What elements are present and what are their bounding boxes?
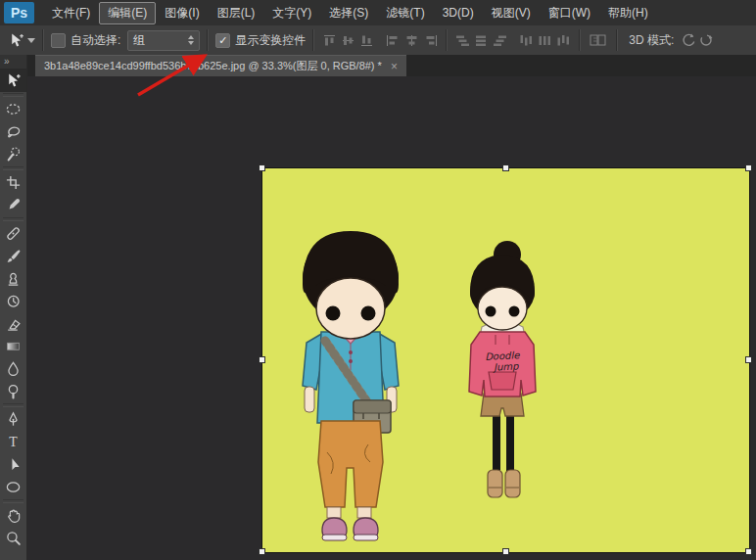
transform-handle-middle-left[interactable] (259, 356, 265, 363)
3d-orbit-icon[interactable] (680, 32, 697, 48)
align-top-edges-icon[interactable] (321, 33, 338, 48)
tool-ellipse-shape[interactable] (0, 476, 26, 498)
document-image[interactable]: Doodle Jump (262, 168, 749, 552)
divider (3, 499, 24, 503)
dropdown-stepper-icon (188, 35, 194, 45)
tools-panel: » (0, 55, 27, 560)
canvas-area[interactable]: Doodle Jump (27, 76, 756, 560)
tool-preset-picker[interactable] (8, 32, 35, 49)
move-tool-icon (8, 32, 24, 49)
divider (42, 29, 44, 51)
checkmark-icon: ✓ (218, 35, 227, 46)
tool-pen[interactable] (0, 408, 26, 431)
distribute-vertical-centers-icon[interactable] (473, 33, 490, 48)
distribute-top-edges-icon[interactable] (454, 33, 471, 48)
transform-handle-bottom-left[interactable] (259, 548, 265, 555)
menu-image[interactable]: 图像(I) (156, 2, 208, 24)
double-arrow-icon: » (4, 56, 11, 67)
menu-help[interactable]: 帮助(H) (599, 2, 657, 24)
document-tab-title: 3b1a48e89ce14cd99ffbd536b7cb625e.jpg @ 3… (44, 59, 382, 73)
divider (3, 93, 24, 97)
document-tab-bar: 3b1a48e89ce14cd99ffbd536b7cb625e.jpg @ 3… (27, 55, 756, 76)
transform-handle-middle-right[interactable] (745, 356, 752, 363)
auto-select-target-dropdown[interactable]: 组 (127, 30, 200, 51)
menu-3d[interactable]: 3D(D) (434, 3, 483, 23)
menu-type[interactable]: 文字(Y) (263, 2, 320, 24)
transform-handle-top-center[interactable] (502, 164, 509, 171)
tool-spot-healing-brush[interactable] (0, 222, 26, 245)
menu-bar: Ps 文件(F) 编辑(E) 图像(I) 图层(L) 文字(Y) 选择(S) 滤… (0, 0, 756, 26)
transform-handle-top-left[interactable] (259, 164, 265, 171)
auto-select-option[interactable]: 自动选择: (51, 32, 120, 49)
3d-roll-icon[interactable] (697, 32, 715, 48)
3d-mode-label: 3D 模式: (629, 32, 674, 49)
divider (3, 403, 24, 407)
align-horizontal-centers-icon[interactable] (403, 33, 420, 48)
tool-elliptical-marquee[interactable] (0, 98, 26, 120)
distribute-bottom-edges-icon[interactable] (492, 33, 508, 48)
divider (3, 217, 24, 221)
distribute-buttons (454, 33, 572, 48)
auto-align-layers-icon[interactable] (588, 32, 609, 48)
tab-close-icon[interactable]: × (391, 60, 398, 73)
transform-handle-bottom-center[interactable] (502, 548, 509, 555)
show-transform-option[interactable]: ✓ 显示变换控件 (215, 32, 306, 49)
tool-clone-stamp[interactable] (0, 267, 26, 290)
tool-history-brush[interactable] (0, 290, 26, 312)
dropdown-value: 组 (133, 32, 145, 49)
menu-layer[interactable]: 图层(L) (209, 2, 264, 24)
align-vertical-centers-icon[interactable] (340, 33, 356, 48)
show-transform-checkbox[interactable]: ✓ (215, 33, 230, 48)
options-bar: 自动选择: 组 ✓ 显示变换控件 (0, 25, 756, 56)
auto-select-checkbox[interactable] (51, 33, 66, 48)
divider (446, 29, 448, 51)
distribute-horizontal-centers-icon[interactable] (537, 33, 553, 48)
align-buttons (321, 33, 439, 48)
tool-crop[interactable] (0, 171, 26, 194)
tool-type[interactable]: T (0, 431, 26, 453)
svg-text:T: T (9, 435, 18, 449)
tool-move[interactable] (0, 70, 26, 92)
align-bottom-edges-icon[interactable] (358, 33, 375, 48)
align-right-edges-icon[interactable] (422, 33, 439, 48)
menu-view[interactable]: 视图(V) (483, 2, 540, 24)
tool-hand[interactable] (0, 504, 26, 527)
divider (312, 29, 314, 51)
tool-path-selection[interactable] (0, 453, 26, 476)
transform-handle-bottom-right[interactable] (745, 548, 752, 555)
tool-quick-selection[interactable] (0, 143, 26, 165)
tool-gradient[interactable] (0, 335, 26, 357)
divider (579, 29, 581, 51)
distribute-right-edges-icon[interactable] (555, 33, 572, 48)
chevron-down-icon (27, 38, 35, 43)
tool-eyedropper[interactable] (0, 194, 26, 216)
menu-edit[interactable]: 编辑(E) (99, 2, 156, 24)
menu-filter[interactable]: 滤镜(T) (377, 2, 433, 24)
photoshop-window: Ps 文件(F) 编辑(E) 图像(I) 图层(L) 文字(Y) 选择(S) 滤… (0, 0, 756, 560)
toolbar-collapse-button[interactable]: » (0, 55, 26, 70)
tool-blur[interactable] (0, 357, 26, 380)
auto-select-label: 自动选择: (71, 32, 120, 49)
photoshop-logo: Ps (4, 2, 34, 23)
menu-window[interactable]: 窗口(W) (540, 2, 599, 24)
tool-lasso[interactable] (0, 120, 26, 143)
transform-handle-top-right[interactable] (745, 164, 752, 171)
tool-eraser[interactable] (0, 312, 26, 335)
tool-zoom[interactable] (0, 527, 26, 549)
document-tab[interactable]: 3b1a48e89ce14cd99ffbd536b7cb625e.jpg @ 3… (35, 55, 406, 76)
show-transform-label: 显示变换控件 (235, 32, 306, 49)
girl-character: Doodle Jump (469, 241, 536, 497)
divider (207, 29, 209, 51)
menu-select[interactable]: 选择(S) (320, 2, 377, 24)
drawing-two-characters: Doodle Jump (262, 168, 749, 552)
divider (3, 166, 24, 170)
boy-character (303, 231, 399, 540)
tool-brush[interactable] (0, 245, 26, 267)
distribute-left-edges-icon[interactable] (518, 33, 535, 48)
align-left-edges-icon[interactable] (385, 33, 402, 48)
tool-dodge[interactable] (0, 380, 26, 402)
menu-file[interactable]: 文件(F) (43, 2, 99, 24)
divider (616, 29, 618, 51)
